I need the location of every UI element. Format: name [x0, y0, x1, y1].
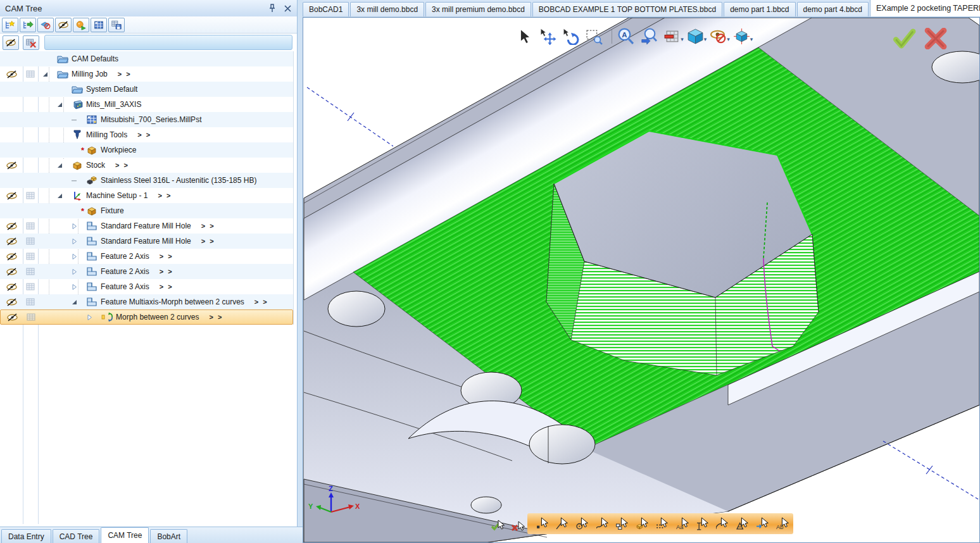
cancel-button[interactable]: [924, 28, 948, 49]
chevron-down-icon[interactable]: ▾: [704, 36, 707, 42]
tree-item-feature-3-axis[interactable]: * Feature 3 Axis > >: [0, 279, 293, 294]
pan-tool-button[interactable]: ▾: [539, 28, 561, 45]
workplane-button[interactable]: ▾: [663, 28, 685, 45]
chevron-down-icon[interactable]: ▾: [750, 36, 753, 42]
tree-expander[interactable]: [71, 177, 78, 184]
tree-expander[interactable]: [56, 162, 63, 169]
tree-expander[interactable]: [56, 192, 63, 199]
select-shape-cursor[interactable]: [613, 517, 633, 530]
tree-expander[interactable]: [86, 314, 93, 321]
tab-bobart[interactable]: BobArt: [150, 529, 187, 543]
tab-data-entry[interactable]: Data Entry: [1, 529, 51, 543]
tree-item-milling-job[interactable]: * Milling Job > >: [0, 66, 293, 82]
tree-item-mits-mill-3axis[interactable]: * Mits_Mill_3AXIS > >: [0, 97, 293, 112]
blank-toolpath-icon[interactable]: [6, 161, 17, 170]
blank-toolpath-icon[interactable]: [7, 313, 18, 321]
tree-item-standard-feature-mill-hole-1[interactable]: * Standard Feature Mill Hole > >: [0, 218, 293, 234]
remove-gcode-button[interactable]: [23, 35, 39, 50]
blank-all-toolpath-button[interactable]: [3, 35, 19, 50]
zoom-window-button[interactable]: ▾: [586, 28, 607, 45]
expand-chevrons[interactable]: > >: [115, 161, 129, 169]
expand-chevrons[interactable]: > >: [118, 70, 132, 78]
blank-toolpath-icon[interactable]: [6, 222, 17, 230]
gcode-grid-icon[interactable]: [26, 268, 35, 275]
select-line-cursor[interactable]: [554, 517, 574, 530]
select-label-cursor (Ab)[interactable]: [774, 517, 793, 530]
blank-toolpath-icon[interactable]: [6, 192, 17, 200]
blank-toolpath-button[interactable]: [55, 18, 72, 32]
tab-cad-tree[interactable]: CAD Tree: [53, 529, 100, 543]
zoom-previous-button[interactable]: ▾: [641, 28, 662, 45]
doc-tab-example-2-pocketing-tapered[interactable]: EXample 2 pocketing TAPERED.bbcd: [870, 0, 980, 16]
tree-expander[interactable]: [71, 268, 78, 275]
blank-toolpath-icon[interactable]: [6, 283, 17, 291]
save-gcode-button[interactable]: [108, 18, 125, 32]
new-job-button[interactable]: [2, 18, 18, 32]
tree-item-system-default[interactable]: * System Default > >: [0, 82, 293, 97]
gcode-grid-icon[interactable]: [26, 222, 35, 230]
gcode-grid-icon[interactable]: [26, 253, 35, 260]
blank-toolpath-icon[interactable]: [6, 298, 17, 306]
select-solid-cursor[interactable]: [634, 517, 653, 530]
viewport-canvas[interactable]: Z X Y: [303, 18, 979, 542]
tree-expander[interactable]: [71, 223, 78, 230]
tree-item-fixture[interactable]: * Fixture > >: [0, 203, 293, 218]
tree-expander[interactable]: [71, 299, 78, 306]
zoom-fit-button[interactable]: ▾: [617, 28, 639, 45]
load-job-button[interactable]: [20, 18, 36, 32]
select-text-cursor (Aa)[interactable]: [674, 517, 693, 530]
select-surface-cursor[interactable]: [734, 517, 753, 530]
doc-tab-bobcad-example-1[interactable]: BOBCAD EXAMPLE 1 TOP BOTTOM PLATES.bbcd: [532, 2, 722, 16]
blank-geometry-button[interactable]: [37, 18, 54, 32]
doc-tab-bobcad1[interactable]: BobCAD1: [303, 2, 349, 16]
tree-item-feature-multiaxis-morph[interactable]: * Feature Multiaxis-Morph between 2 curv…: [0, 294, 293, 309]
select-tool-button[interactable]: ▾: [516, 28, 537, 45]
tree-item-machine-setup-1[interactable]: * Machine Setup - 1 > >: [0, 188, 293, 203]
tree-item-workpiece[interactable]: * Workpiece > >: [0, 142, 293, 158]
chevron-down-icon[interactable]: ▾: [681, 36, 684, 42]
gcode-grid-icon[interactable]: [26, 237, 35, 245]
doc-tab-demo-part-1[interactable]: demo part 1.bbcd: [724, 2, 795, 16]
blank-toolpath-icon[interactable]: [6, 237, 17, 246]
select-point-cursor[interactable]: [534, 517, 553, 530]
expand-chevrons[interactable]: > >: [201, 222, 215, 230]
expand-chevrons[interactable]: > >: [160, 268, 173, 275]
viewport[interactable]: Z X Y ▾ ▾ ▾ ▾: [303, 17, 980, 543]
select-direction-cursor[interactable]: [754, 517, 774, 530]
blank-toolpath-icon[interactable]: [6, 268, 17, 276]
doc-tab-demo-part-4[interactable]: demo part 4.bbcd: [797, 2, 869, 16]
tree-item-feature-2-axis-2[interactable]: * Feature 2 Axis > >: [0, 264, 293, 279]
gcode-grid-icon[interactable]: [27, 313, 35, 321]
chevron-down-icon[interactable]: ▾: [727, 36, 730, 42]
tree-expander[interactable]: [42, 71, 49, 78]
expand-chevrons[interactable]: > >: [160, 283, 173, 290]
tree-item-milling-tools[interactable]: * Milling Tools > >: [0, 127, 293, 142]
rotate-tool-button[interactable]: ▾: [562, 28, 584, 45]
tree-expander[interactable]: [71, 253, 78, 260]
tree-item-mitsubishi-700-series-millpst[interactable]: * Mitsubishi_700_Series.MillPst > >: [0, 112, 293, 127]
select-arc-cursor[interactable]: [713, 517, 733, 530]
doc-tab-3x-mill-premium-demo[interactable]: 3x mill premium demo.bbcd: [425, 2, 531, 16]
tree-expander[interactable]: [56, 101, 63, 108]
expand-chevrons[interactable]: > >: [254, 298, 268, 306]
gcode-grid-icon[interactable]: [26, 70, 35, 78]
tree-item-feature-2-axis-1[interactable]: * Feature 2 Axis > >: [0, 249, 293, 264]
doc-tab-3x-mill-demo[interactable]: 3x mill demo.bbcd: [350, 2, 424, 16]
ok-button[interactable]: [892, 28, 916, 49]
hide-entities-button[interactable]: ▾: [710, 28, 731, 45]
gcode-grid-icon[interactable]: [26, 192, 35, 199]
simulation-button[interactable]: [73, 18, 89, 32]
select-spline-cursor[interactable]: [594, 517, 613, 530]
view-cube-button[interactable]: ▾: [687, 28, 708, 45]
close-icon[interactable]: [282, 3, 293, 14]
tree-item-stainless-steel-316l[interactable]: * Stainless Steel 316L - Austenitic (135…: [0, 173, 293, 188]
tree-item-cam-defaults[interactable]: * CAM Defaults > >: [0, 51, 293, 66]
pin-icon[interactable]: [267, 3, 278, 14]
tree-expander[interactable]: [71, 238, 78, 245]
expand-chevrons[interactable]: > >: [209, 313, 223, 321]
tab-cam-tree[interactable]: CAM Tree: [101, 527, 149, 543]
select-dimension-cursor[interactable]: [694, 517, 713, 530]
tree-item-stock[interactable]: * Stock > >: [0, 158, 293, 173]
blank-toolpath-icon[interactable]: [6, 253, 17, 261]
tree-item-standard-feature-mill-hole-2[interactable]: * Standard Feature Mill Hole > >: [0, 234, 293, 249]
